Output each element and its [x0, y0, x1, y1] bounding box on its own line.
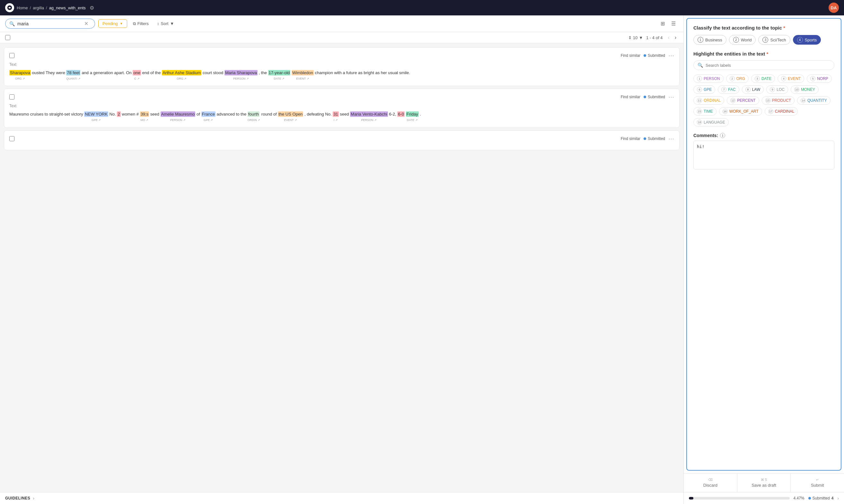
sort-icon: ↕ [157, 21, 159, 26]
entity-work-of-art[interactable]: 16 WORK_OF_ART [719, 107, 762, 115]
topic-options: 1 Business 2 World 3 Sci/Tech 4 Sports [693, 35, 834, 44]
entity-78feet-text: 78 feet [66, 70, 80, 75]
search-labels-box: 🔍 [693, 60, 834, 70]
record-1-actions: Find similar Submitted ⋯ [621, 52, 674, 59]
entity-event[interactable]: 4 EVENT [777, 74, 804, 83]
entity-quantity[interactable]: 14 QUANTITY [797, 96, 830, 105]
entity-39s: 39;s MO ↗ [140, 111, 150, 123]
pending-dropdown-icon: ▼ [120, 22, 123, 25]
entity-money[interactable]: 10 MONEY [791, 85, 819, 94]
entity-amelie-mauresmo: Amelie Mauresmo PERSON ↗ [161, 111, 196, 123]
entity-percent[interactable]: 12 PERCENT [727, 96, 759, 105]
breadcrumb-home[interactable]: Home [17, 5, 28, 10]
find-similar-1[interactable]: Find similar [621, 53, 640, 58]
submitted-dot-3 [644, 138, 646, 140]
find-similar-3[interactable]: Find similar [621, 137, 640, 141]
settings-icon[interactable]: ⚙ [90, 5, 94, 11]
page-size-value: 10 [633, 35, 637, 40]
entity-friday: Friday DATE ↗ [406, 111, 419, 123]
submitted-dot-1 [644, 54, 646, 57]
filters-button[interactable]: ⧉ Filters [130, 20, 151, 28]
list-view-button[interactable]: ☰ [669, 19, 678, 28]
entity-wimbledon-text: Wimbledon [292, 70, 314, 75]
progress-bar-fill [689, 497, 693, 500]
search-labels-input[interactable] [706, 63, 830, 68]
entity-law[interactable]: 8 LAW [742, 85, 764, 94]
entity-org[interactable]: 2 ORG [726, 74, 749, 83]
records-list: Find similar Submitted ⋯ Text Sharapova [0, 43, 683, 492]
search-input[interactable] [17, 21, 82, 26]
submit-button[interactable]: ↵ Submit [791, 473, 844, 492]
more-options-2[interactable]: ⋯ [668, 93, 674, 101]
guidelines-arrow-icon: › [33, 496, 34, 501]
grid-view-button[interactable]: ⊞ [658, 19, 667, 28]
save-draft-kbd: ⌘ S [761, 478, 767, 482]
status-arrow-icon[interactable]: › [837, 496, 839, 501]
prev-page-button[interactable]: ‹ [666, 34, 671, 41]
progress-percent: 4.47% [794, 496, 805, 501]
more-options-1[interactable]: ⋯ [668, 52, 674, 59]
status-dot [808, 497, 811, 500]
more-options-3[interactable]: ⋯ [668, 135, 674, 142]
entity-person[interactable]: 1 PERSON [693, 74, 724, 83]
entity-loc[interactable]: 9 LOC [766, 85, 788, 94]
entity-sharapova: Sharapova ORG ↗ [9, 69, 31, 81]
entity-date[interactable]: 3 DATE [751, 74, 775, 83]
breadcrumb: Home / argilla / ag_news_with_ents [17, 5, 86, 10]
guidelines-button[interactable]: GUIDELINES [5, 496, 30, 501]
entity-norp[interactable]: 5 NORP [807, 74, 832, 83]
topic-scitech[interactable]: 3 Sci/Tech [758, 35, 790, 44]
entity-language[interactable]: 18 LANGUAGE [693, 118, 729, 126]
topic-world[interactable]: 2 World [729, 35, 756, 44]
find-similar-2[interactable]: Find similar [621, 95, 640, 99]
toolbar: 🔍 ✕ Pending ▼ ⧉ Filters ↕ Sort ▼ [0, 15, 683, 32]
submit-label: Submit [811, 483, 824, 488]
entity-one: one C ↗ [133, 69, 141, 81]
search-icon: 🔍 [9, 21, 15, 26]
select-all-checkbox[interactable] [5, 35, 10, 40]
entity-time[interactable]: 15 TIME [693, 107, 717, 115]
breadcrumb-dataset: ag_news_with_ents [49, 5, 86, 10]
record-1-checkbox[interactable] [9, 53, 15, 58]
entity-31-text: 31 [333, 111, 338, 117]
topic-business[interactable]: 1 Business [693, 35, 726, 44]
sort-dropdown-icon: ▼ [170, 21, 174, 26]
logo [5, 3, 14, 12]
record-3-checkbox[interactable] [9, 136, 15, 141]
comments-label: Comments: ℹ [693, 133, 834, 138]
left-panel: 🔍 ✕ Pending ▼ ⧉ Filters ↕ Sort ▼ [0, 15, 683, 504]
row-height-icon: ⇕ [628, 35, 632, 40]
entity-cardinal[interactable]: 17 CARDINAL [765, 107, 798, 115]
submitted-badge-3: Submitted [644, 137, 665, 141]
topnav: Home / argilla / ag_news_with_ents ⚙ DA [0, 0, 844, 15]
save-draft-button[interactable]: ⌘ S Save as draft [737, 473, 791, 492]
record-card-2: Find similar Submitted ⋯ Text Mauresmo c… [4, 89, 680, 127]
discard-button[interactable]: ⌫ Discard [684, 473, 737, 492]
submit-kbd: ↵ [816, 478, 819, 482]
sort-button[interactable]: ↕ Sort ▼ [155, 20, 177, 28]
record-2-checkbox[interactable] [9, 94, 15, 100]
entity-fourth-text: fourth [248, 111, 260, 117]
entity-gpe[interactable]: 6 GPE [693, 85, 715, 94]
entities-required: * [767, 51, 769, 56]
breadcrumb-workspace[interactable]: argilla [33, 5, 44, 10]
pending-filter-button[interactable]: Pending ▼ [98, 19, 127, 28]
entity-ordinal[interactable]: 11 ORDINAL [693, 96, 724, 105]
entity-us-open-text: the US Open [278, 111, 303, 117]
comments-textarea[interactable]: hi! [693, 141, 834, 169]
entity-product[interactable]: 13 PRODUCT [762, 96, 794, 105]
page-size-selector[interactable]: ⇕ 10 ▼ [628, 35, 643, 40]
submitted-label-2: Submitted [648, 95, 665, 99]
entity-31: 31 I ↗ [333, 111, 338, 123]
right-panel: Classify the text according to the topic… [683, 15, 844, 504]
next-page-button[interactable]: › [673, 34, 678, 41]
entity-one-text: one [133, 70, 141, 75]
sort-label: Sort [161, 21, 169, 26]
search-clear-icon[interactable]: ✕ [84, 20, 88, 26]
action-bar: ⌫ Discard ⌘ S Save as draft ↵ Submit [684, 473, 844, 492]
topic-sports[interactable]: 4 Sports [793, 35, 821, 44]
search-labels-icon: 🔍 [698, 62, 703, 68]
entity-fac[interactable]: 7 FAC [718, 85, 739, 94]
entity-us-open: the US Open EVENT ↗ [278, 111, 303, 123]
submitted-dot-2 [644, 96, 646, 98]
